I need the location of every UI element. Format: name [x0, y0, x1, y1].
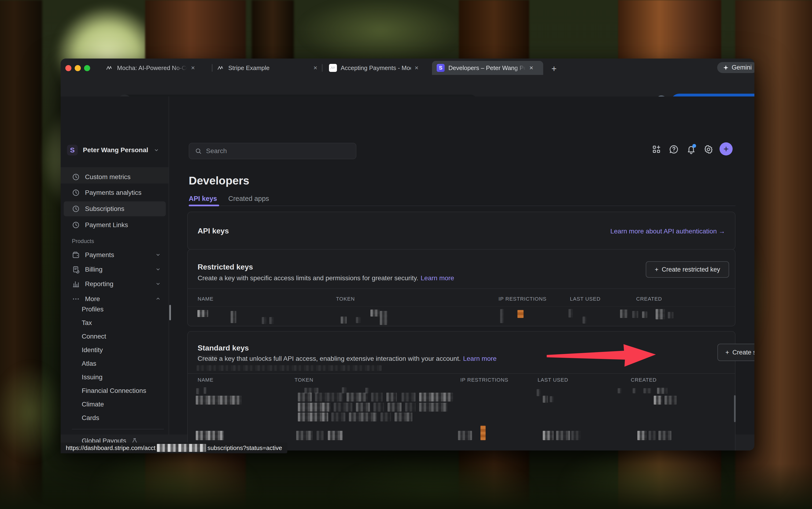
redacted-value: [196, 431, 224, 440]
tab-developers-active[interactable]: S Developers – Peter Wang Per ×: [432, 61, 543, 75]
new-tab-button[interactable]: +: [551, 64, 556, 74]
sidebar-item-issuing[interactable]: Issuing: [82, 370, 103, 384]
active-tab-underline: [189, 205, 219, 206]
sidebar-item-identity[interactable]: Identity: [82, 343, 103, 357]
redacted-value: [346, 393, 368, 402]
plus-icon: +: [725, 349, 729, 356]
learn-more-api-auth-link[interactable]: Learn more about API authentication →: [610, 228, 725, 235]
apps-grid-icon[interactable]: [652, 144, 662, 154]
clock-icon: [72, 189, 80, 197]
tab-close-icon[interactable]: ×: [415, 65, 418, 71]
column-header-created: CREATED: [636, 296, 662, 302]
sidebar-item-climate[interactable]: Climate: [82, 398, 104, 411]
sidebar-item-label: Atlas: [82, 360, 96, 367]
create-restricted-key-button[interactable]: + Create restricted key: [646, 261, 729, 278]
redacted-value: [298, 412, 328, 421]
sidebar-item-label: Subscriptions: [85, 205, 124, 213]
tab-close-icon[interactable]: ×: [191, 65, 195, 71]
sidebar-item-payments-analytics[interactable]: Payments analytics: [72, 186, 141, 200]
redacted-value: [632, 311, 638, 318]
card-description: Create a key with specific access limits…: [198, 274, 454, 282]
sidebar-item-atlas[interactable]: Atlas: [82, 357, 96, 370]
redacted-value: [654, 396, 662, 405]
sidebar-item-billing[interactable]: Billing: [72, 263, 103, 276]
redacted-value: [633, 388, 636, 393]
column-header-last-used: LAST USED: [538, 377, 568, 383]
tab-close-icon[interactable]: ×: [313, 65, 317, 71]
sidebar-item-label: Issuing: [82, 373, 103, 381]
card-description: Create a key that unlocks full API acces…: [198, 355, 497, 363]
create-secret-key-button[interactable]: + Create secret key: [717, 344, 754, 361]
redacted-value: [298, 393, 312, 402]
sidebar-item-profiles[interactable]: Profiles: [82, 303, 103, 316]
clock-icon: [72, 205, 80, 213]
page-title: Developers: [189, 174, 249, 187]
redacted-value: [642, 311, 647, 318]
sidebar-item-label: Financial Connections: [82, 387, 146, 395]
redacted-value: [419, 403, 447, 412]
redacted-value: [197, 310, 208, 317]
search-input[interactable]: Search: [189, 143, 357, 159]
sidebar-item-financial-connections[interactable]: Financial Connections: [82, 384, 146, 398]
redacted-value: [658, 431, 671, 440]
sidebar-item-connect[interactable]: Connect: [82, 330, 106, 343]
redacted-value: [262, 317, 266, 324]
main-scrollbar-thumb[interactable]: [734, 395, 736, 422]
gemini-button[interactable]: Gemini: [717, 62, 754, 73]
traffic-zoom-button[interactable]: [84, 65, 90, 71]
sidebar-item-custom-metrics[interactable]: Custom metrics: [72, 170, 130, 184]
column-header-last-used: LAST USED: [570, 296, 601, 302]
learn-more-link[interactable]: Learn more: [420, 274, 454, 282]
wallet-icon: [72, 251, 80, 259]
redacted-value: [204, 387, 206, 394]
browser-toolbar: ← → dashboard.stripe.com/acct_ /apikeys …: [61, 75, 754, 97]
tab-mocha[interactable]: Mocha: AI-Powered No-Code ×: [105, 61, 208, 75]
tab-stripe-example[interactable]: Stripe Example ×: [216, 61, 317, 75]
help-icon[interactable]: [669, 144, 679, 154]
create-button[interactable]: +: [719, 142, 733, 156]
sidebar-item-label: Payments: [85, 251, 114, 259]
redacted-value: [196, 388, 200, 394]
sidebar-item-payment-links[interactable]: Payment Links: [72, 218, 128, 232]
column-header-name: NAME: [198, 377, 213, 383]
tab-close-icon[interactable]: ×: [530, 65, 533, 71]
redacted-value: [405, 403, 416, 412]
redacted-value: [298, 403, 331, 412]
learn-more-link[interactable]: Learn more: [463, 355, 497, 363]
traffic-close-button[interactable]: [65, 65, 71, 71]
settings-gear-icon[interactable]: [704, 144, 713, 154]
bar-chart-icon: [72, 280, 80, 288]
sidebar-item-tax[interactable]: Tax: [82, 316, 92, 330]
sidebar-item-label: Cards: [82, 414, 99, 422]
tab-created-apps[interactable]: Created apps: [228, 195, 269, 203]
tabs-divider: [189, 206, 736, 206]
traffic-minimize-button[interactable]: [75, 65, 81, 71]
products-section-label: Products: [72, 238, 94, 244]
card-title: API keys: [198, 227, 229, 235]
account-switcher[interactable]: S Peter Wang Personal: [67, 143, 160, 157]
sidebar-item-subscriptions[interactable]: Subscriptions: [72, 202, 124, 216]
redacted-value: [334, 403, 352, 412]
restricted-keys-card: Restricted keys Create a key with specif…: [187, 249, 736, 327]
redacted-value: [618, 388, 621, 393]
sidebar-item-label: Climate: [82, 401, 104, 408]
sidebar-item-reporting[interactable]: Reporting: [72, 277, 113, 291]
notifications-bell-icon[interactable]: [686, 144, 696, 154]
sidebar-item-payments[interactable]: Payments: [72, 248, 114, 262]
column-header-ip: IP RESTRICTIONS: [499, 296, 546, 302]
sidebar-scrollbar-thumb[interactable]: [169, 305, 171, 320]
red-annotation-arrow: [547, 340, 657, 371]
tab-accepting-payments[interactable]: Accepting Payments - Mocha ×: [329, 61, 432, 75]
tab-api-keys[interactable]: API keys: [189, 195, 217, 203]
redacted-value: [582, 316, 586, 324]
sidebar-item-cards[interactable]: Cards: [82, 411, 99, 425]
chevron-down-icon: [154, 147, 160, 153]
redacted-value-orange: [480, 426, 485, 440]
redacted-value: [380, 412, 391, 421]
sidebar-item-label: Identity: [82, 346, 103, 354]
api-keys-card: API keys Learn more about API authentica…: [187, 212, 736, 250]
status-url-suffix: subscriptions?status=active: [207, 444, 282, 452]
clock-icon: [72, 173, 80, 181]
redacted-value: [571, 431, 581, 440]
chevron-down-icon: [155, 281, 161, 287]
